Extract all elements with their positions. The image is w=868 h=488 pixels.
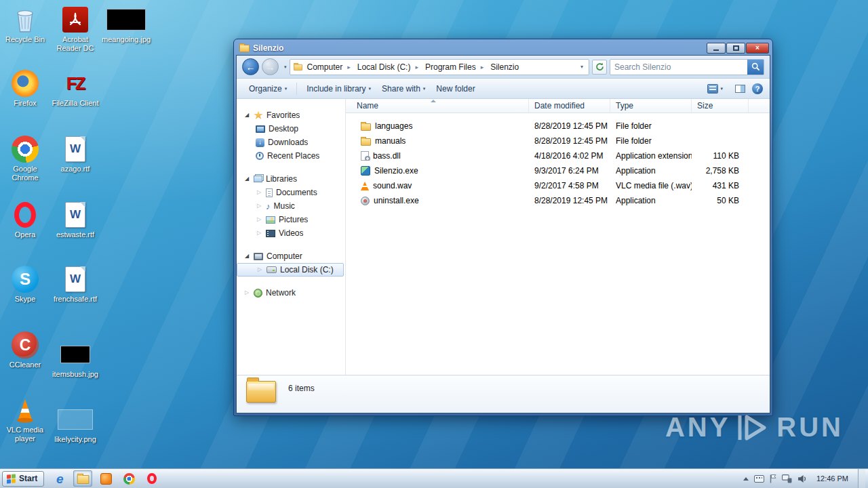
filezilla-icon: FZ: [51, 68, 100, 99]
file-row-uninstall-exe[interactable]: uninstall.exe 8/28/2019 12:45 PM Applica…: [346, 193, 770, 208]
sidebar-item-videos[interactable]: Videos: [237, 226, 345, 240]
forward-button[interactable]: →: [262, 58, 279, 75]
taskbar-media-icon[interactable]: [96, 470, 115, 487]
desktop-icon-estwaste-rtf[interactable]: W estwaste.rtf: [51, 199, 100, 239]
system-tray: 12:46 PM: [743, 469, 868, 488]
sidebar-item-pictures[interactable]: Pictures: [237, 213, 345, 226]
taskbar-chrome-icon[interactable]: [119, 470, 138, 487]
nav-history-chevron-icon[interactable]: ▾: [284, 64, 287, 70]
rtf-document-icon: W: [51, 134, 100, 165]
image-thumbnail-icon: [51, 339, 100, 370]
file-row-silenzio-exe[interactable]: Silenzio.exe 9/3/2017 6:24 PM Applicatio…: [346, 163, 770, 178]
volume-icon[interactable]: [797, 474, 807, 483]
desktop-icon-filezilla[interactable]: FZ FileZilla Client: [51, 68, 100, 108]
desktop-icon-opera[interactable]: Opera: [1, 199, 50, 239]
desktop-icon-ccleaner[interactable]: C CCleaner: [1, 329, 50, 369]
taskbar-explorer-icon[interactable]: [73, 470, 92, 487]
expander-icon[interactable]: [243, 176, 250, 182]
include-in-library-menu[interactable]: Include in library▾: [301, 81, 376, 96]
expander-icon[interactable]: [256, 190, 262, 195]
sidebar-section-favorites[interactable]: Favorites: [237, 108, 345, 122]
file-row-bass-dll[interactable]: bass.dll 4/18/2016 4:02 PM Application e…: [346, 148, 770, 163]
desktop-icon-acrobat[interactable]: Acrobat Reader DC: [51, 4, 100, 53]
desktop-mini-icon: [256, 125, 265, 133]
breadcrumb-item-local-disk[interactable]: Local Disk (C:): [355, 60, 421, 74]
start-button[interactable]: Start: [2, 471, 44, 487]
favorites-star-icon: [254, 111, 263, 120]
desktop-icon-vlc[interactable]: VLC media player: [1, 394, 50, 443]
breadcrumb-dropdown-chevron-icon[interactable]: ▾: [578, 64, 586, 70]
sidebar-item-local-disk-c[interactable]: Local Disk (C:): [237, 263, 344, 277]
opera-icon: [1, 199, 50, 230]
window-folder-icon: [239, 45, 250, 52]
minimize-button[interactable]: [707, 43, 726, 54]
desktop-icon-azago-rtf[interactable]: W azago.rtf: [51, 134, 100, 174]
back-button[interactable]: ←: [242, 58, 259, 75]
refresh-button[interactable]: [592, 60, 607, 75]
title-bar[interactable]: Silenzio ×: [234, 39, 772, 55]
expander-icon[interactable]: [256, 267, 263, 272]
show-hidden-icons-icon[interactable]: [743, 477, 749, 481]
image-faded-icon: [51, 404, 100, 435]
expander-icon[interactable]: [256, 203, 262, 209]
file-row-manuals[interactable]: manuals 8/28/2019 12:45 PM File folder: [346, 134, 770, 148]
expander-icon[interactable]: [243, 290, 250, 296]
maximize-button[interactable]: [726, 43, 745, 54]
new-folder-button[interactable]: New folder: [431, 81, 480, 96]
taskbar-ie-icon[interactable]: [50, 470, 69, 487]
search-box: [610, 59, 764, 75]
share-with-menu[interactable]: Share with▾: [376, 81, 431, 96]
column-header-name[interactable]: Name: [346, 99, 529, 113]
local-disk-icon: [267, 266, 277, 273]
taskbar-clock[interactable]: 12:46 PM: [812, 474, 852, 483]
sidebar-item-desktop[interactable]: Desktop: [237, 122, 345, 136]
keyboard-layout-icon[interactable]: [754, 475, 764, 483]
desktop-icon-skype[interactable]: S Skype: [1, 264, 50, 304]
action-center-flag-icon[interactable]: [770, 474, 776, 483]
expander-icon[interactable]: [243, 113, 250, 118]
sidebar-item-documents[interactable]: Documents: [237, 186, 345, 199]
desktop-icon-chrome[interactable]: Google Chrome: [1, 134, 50, 182]
column-header-type[interactable]: Type: [610, 99, 692, 113]
skype-icon: S: [1, 264, 50, 295]
expander-icon[interactable]: [256, 217, 262, 222]
desktop-icon-firefox[interactable]: Firefox: [1, 68, 50, 108]
show-desktop-button[interactable]: [858, 469, 865, 488]
file-row-languages[interactable]: languages 8/28/2019 12:45 PM File folder: [346, 119, 770, 134]
organize-menu[interactable]: Organize▾: [243, 81, 292, 96]
desktop-icon-recycle-bin[interactable]: Recycle Bin: [1, 4, 50, 44]
breadcrumb-item-silenzio[interactable]: Silenzio: [488, 60, 526, 74]
sidebar-section-computer[interactable]: Computer: [237, 249, 345, 263]
search-input[interactable]: [610, 62, 747, 72]
sidebar-item-music[interactable]: Music: [237, 199, 345, 213]
breadcrumb-item-program-files[interactable]: Program Files: [422, 60, 486, 74]
desktop-icon-frenchsafe-rtf[interactable]: W frenchsafe.rtf: [51, 264, 100, 304]
preview-pane-icon[interactable]: [735, 85, 745, 93]
column-header-date-modified[interactable]: Date modified: [529, 99, 610, 113]
sidebar-item-downloads[interactable]: Downloads: [237, 136, 345, 149]
file-row-sound-wav[interactable]: sound.wav 9/2/2017 4:58 PM VLC media fil…: [346, 178, 770, 193]
taskbar-opera-icon[interactable]: [142, 470, 161, 487]
help-icon[interactable]: ?: [752, 83, 763, 94]
command-toolbar: Organize▾ Include in library▾ Share with…: [237, 79, 770, 99]
network-icon[interactable]: [782, 474, 792, 483]
desktop-icon-itemsbush-jpg[interactable]: itemsbush.jpg: [51, 339, 100, 379]
vlc-media-icon: [361, 182, 369, 190]
selected-folder-icon: [246, 381, 276, 403]
desktop-icon-meangoing-jpg[interactable]: meangoing.jpg: [102, 4, 151, 44]
desktop-icon-likelycity-png[interactable]: likelycity.png: [51, 404, 100, 444]
breadcrumb-folder-icon: [294, 64, 302, 70]
sidebar-item-recent-places[interactable]: Recent Places: [237, 149, 345, 163]
file-list: Name Date modified Type Size languages 8…: [346, 99, 770, 375]
search-icon[interactable]: [747, 60, 764, 75]
breadcrumb[interactable]: Computer Local Disk (C:) Program Files S…: [290, 59, 589, 75]
ccleaner-icon: C: [1, 329, 50, 361]
expander-icon[interactable]: [256, 230, 262, 236]
close-button[interactable]: ×: [746, 43, 769, 54]
sidebar-section-network[interactable]: Network: [237, 286, 345, 300]
expander-icon[interactable]: [243, 253, 250, 259]
column-header-size[interactable]: Size: [692, 99, 749, 113]
change-view-button[interactable]: ▾: [703, 82, 728, 96]
breadcrumb-item-computer[interactable]: Computer: [304, 60, 353, 74]
sidebar-section-libraries[interactable]: Libraries: [237, 172, 345, 186]
